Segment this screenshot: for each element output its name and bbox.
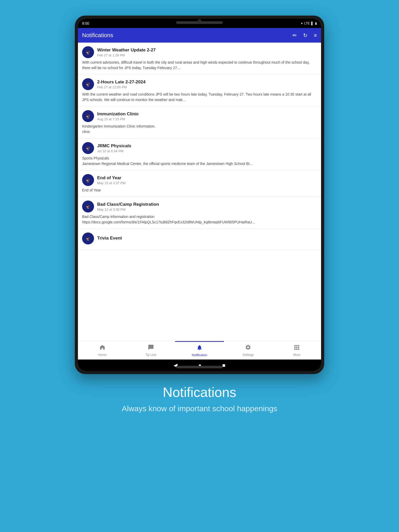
svg-text:🦅: 🦅 bbox=[86, 178, 90, 183]
notification-header: 🦅 Trivia Event bbox=[82, 232, 317, 244]
signal-icon: ▌ bbox=[311, 22, 314, 25]
notification-title: JRMC Physicals bbox=[97, 143, 131, 149]
notification-title: End of Year bbox=[97, 175, 125, 181]
svg-text:🦅: 🦅 bbox=[86, 204, 90, 209]
svg-rect-17 bbox=[294, 347, 296, 348]
status-time: 8:00 bbox=[82, 21, 89, 25]
avatar: 🦅 bbox=[82, 142, 94, 154]
header-icons: ✏ ↻ ≡ bbox=[292, 32, 317, 38]
avatar: 🦅 bbox=[82, 78, 94, 90]
grid-icon bbox=[294, 344, 300, 352]
list-item[interactable]: 🦅 JRMC Physicals Jul 10 at 6:34 PM Sport… bbox=[78, 138, 321, 170]
bell-icon bbox=[196, 344, 203, 352]
svg-text:🦅: 🦅 bbox=[86, 146, 90, 151]
wifi-icon: ▾ bbox=[301, 22, 303, 25]
battery-icon: ▮ bbox=[315, 22, 317, 25]
svg-rect-22 bbox=[298, 349, 299, 350]
list-item[interactable]: 🦅 Bad Class/Camp Registration May 12 at … bbox=[78, 197, 321, 229]
notification-body: With current advisories, difficult trave… bbox=[82, 60, 317, 71]
notification-date: May 12 at 3:30 PM bbox=[97, 208, 159, 211]
notification-header: 🦅 2-Hours Late 2-27-2024 Feb 27 at 12:00… bbox=[82, 78, 317, 90]
notification-title: Trivia Event bbox=[97, 236, 122, 241]
list-item[interactable]: 🦅 Winter Weather Update 2-27 Feb 27 at 1… bbox=[78, 43, 321, 75]
list-item[interactable]: 🦅 Trivia Event bbox=[78, 229, 321, 250]
list-item[interactable]: 🦅 2-Hours Late 2-27-2024 Feb 27 at 12:00… bbox=[78, 75, 321, 107]
list-item[interactable]: 🦅 End of Year May 15 at 3:37 PM End of Y… bbox=[78, 170, 321, 197]
notification-title: 2-Hours Late 2-27-2024 bbox=[97, 79, 145, 85]
nav-label-notification: Notification bbox=[192, 353, 207, 357]
notification-body: Kindergarten Immunization Clinic informa… bbox=[82, 124, 317, 135]
avatar: 🦅 bbox=[82, 201, 94, 212]
nav-label-tipline: Tip Line bbox=[145, 353, 156, 357]
list-item[interactable]: 🦅 Immunization Clinic Aug 15 at 7:15 PM … bbox=[78, 107, 321, 138]
bottom-navigation: Home Tip Line Notification bbox=[78, 341, 321, 360]
nav-item-more[interactable]: More bbox=[272, 341, 321, 360]
refresh-icon[interactable]: ↻ bbox=[303, 32, 308, 38]
filter-icon[interactable]: ≡ bbox=[314, 32, 317, 38]
svg-rect-19 bbox=[298, 347, 299, 348]
svg-text:🦅: 🦅 bbox=[86, 82, 90, 87]
nav-item-tipline[interactable]: Tip Line bbox=[127, 341, 175, 360]
notification-date: Jul 10 at 6:34 PM bbox=[97, 149, 131, 153]
home-icon bbox=[99, 344, 105, 352]
avatar: 🦅 bbox=[82, 110, 94, 122]
svg-text:🦅: 🦅 bbox=[86, 114, 90, 119]
notification-header: 🦅 Immunization Clinic Aug 15 at 7:15 PM bbox=[82, 110, 317, 122]
notification-body: Sports PhysicalsJamestown Regional Medic… bbox=[82, 156, 317, 167]
tablet-frame: 8:00 ▾ LTE ▌ ▮ Notifications ✏ ↻ ≡ bbox=[75, 16, 324, 374]
bottom-title: Notifications bbox=[122, 384, 277, 400]
notification-date: Feb 27 at 1:29 PM bbox=[97, 53, 156, 57]
notification-body: With the current weather and road condit… bbox=[82, 92, 317, 103]
notification-header: 🦅 End of Year May 15 at 3:37 PM bbox=[82, 174, 317, 186]
notification-date: May 15 at 3:37 PM bbox=[97, 181, 125, 185]
svg-rect-14 bbox=[294, 345, 296, 346]
nav-item-settings[interactable]: Settings bbox=[224, 341, 272, 360]
settings-icon bbox=[245, 344, 251, 352]
home-button[interactable]: ● bbox=[198, 362, 201, 368]
bottom-section: Notifications Always know of important s… bbox=[106, 384, 293, 413]
android-nav-bar: ◀ ● ■ bbox=[78, 360, 321, 371]
svg-rect-18 bbox=[296, 347, 297, 348]
chat-icon bbox=[148, 344, 154, 352]
app-header: Notifications ✏ ↻ ≡ bbox=[78, 28, 321, 43]
svg-text:🦅: 🦅 bbox=[86, 50, 90, 55]
edit-icon[interactable]: ✏ bbox=[292, 32, 297, 38]
page-title: Notifications bbox=[82, 32, 113, 39]
notification-header: 🦅 Bad Class/Camp Registration May 12 at … bbox=[82, 201, 317, 212]
lte-label: LTE bbox=[304, 22, 310, 25]
avatar: 🦅 bbox=[82, 232, 94, 244]
back-button[interactable]: ◀ bbox=[174, 362, 177, 368]
svg-rect-20 bbox=[294, 349, 296, 350]
camera bbox=[198, 19, 201, 23]
notification-header: 🦅 JRMC Physicals Jul 10 at 6:34 PM bbox=[82, 142, 317, 154]
notification-title: Winter Weather Update 2-27 bbox=[97, 48, 156, 53]
notification-title: Immunization Clinic bbox=[97, 111, 139, 117]
nav-label-more: More bbox=[293, 353, 300, 357]
svg-rect-16 bbox=[298, 345, 299, 346]
notification-date: Feb 27 at 12:00 PM bbox=[97, 85, 145, 89]
notifications-list: 🦅 Winter Weather Update 2-27 Feb 27 at 1… bbox=[78, 43, 321, 341]
notification-date: Aug 15 at 7:15 PM bbox=[97, 117, 139, 121]
svg-text:🦅: 🦅 bbox=[86, 236, 90, 241]
nav-label-settings: Settings bbox=[243, 353, 254, 357]
svg-rect-15 bbox=[296, 345, 297, 346]
avatar: 🦅 bbox=[82, 46, 94, 58]
nav-item-notification[interactable]: Notification bbox=[175, 341, 224, 360]
tablet-screen: 8:00 ▾ LTE ▌ ▮ Notifications ✏ ↻ ≡ bbox=[78, 19, 321, 371]
notification-body: End of Year bbox=[82, 188, 317, 193]
notification-body: Bad Class/Camp information and registrat… bbox=[82, 214, 317, 225]
nav-item-home[interactable]: Home bbox=[78, 341, 127, 360]
notification-header: 🦅 Winter Weather Update 2-27 Feb 27 at 1… bbox=[82, 46, 317, 58]
svg-rect-21 bbox=[296, 349, 297, 350]
notification-title: Bad Class/Camp Registration bbox=[97, 202, 159, 207]
nav-label-home: Home bbox=[98, 353, 107, 357]
bottom-subtitle: Always know of important school happenin… bbox=[122, 404, 277, 413]
status-icons: ▾ LTE ▌ ▮ bbox=[301, 22, 317, 25]
avatar: 🦅 bbox=[82, 174, 94, 186]
recent-button[interactable]: ■ bbox=[222, 362, 225, 368]
